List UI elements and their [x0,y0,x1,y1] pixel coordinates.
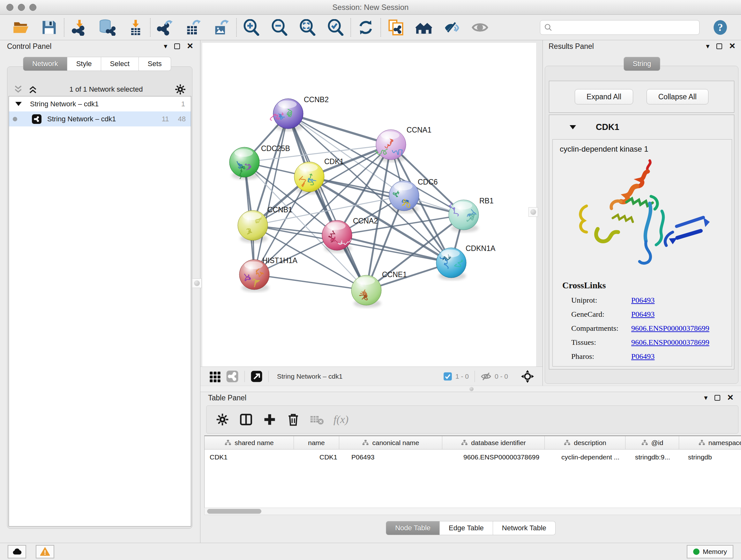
export-table-button[interactable] [184,17,203,37]
zoom-selected-button[interactable] [326,17,345,37]
results-panel-close-icon[interactable]: × [729,41,735,51]
zoom-out-button[interactable] [270,17,289,37]
refresh-button[interactable] [356,17,375,37]
search-input[interactable] [556,23,695,32]
crosslink-uniprot-link[interactable]: P06493 [631,296,655,305]
crosslink-pharos-link[interactable]: P06493 [631,352,655,361]
protein-collapse-caret-icon[interactable] [569,125,576,129]
node-label-CCNB2[interactable]: CCNB2 [304,96,329,104]
network-share-view-icon[interactable] [226,370,239,383]
network-canvas[interactable]: CCNB2CCNA1CDC25BCDK1CDC6RB1CCNB1CCNA2CDK… [202,43,536,367]
expand-all-icon[interactable] [28,84,38,95]
protein-header-row[interactable]: CDK1 [549,115,734,139]
expand-all-button[interactable]: Expand All [575,89,633,105]
column-header-namespace[interactable]: namespace [679,436,741,449]
node-label-CDK1[interactable]: CDK1 [324,158,344,166]
zoom-in-button[interactable] [242,17,261,37]
column-header-description[interactable]: description [545,436,625,449]
title-bar: Session: New Session [0,0,741,15]
collapse-all-icon[interactable] [13,84,23,95]
import-network-button[interactable] [70,17,89,37]
export-image-button[interactable] [212,17,231,37]
help-button[interactable]: ? [712,19,728,36]
horizontal-splitter[interactable] [200,386,741,392]
table-row[interactable]: CDK1 CDK1 P06493 9606.ENSP00000378699 cy… [205,449,741,465]
network-row-selected[interactable]: String Network – cdk1 11 48 [9,111,191,126]
tab-network-table[interactable]: Network Table [493,521,556,535]
import-table-button[interactable] [126,17,145,37]
import-network-from-database-button[interactable] [98,17,117,37]
cell-id[interactable]: stringdb:9... [625,453,679,461]
node-label-HIST1H1A[interactable]: HIST1H1A [262,256,298,265]
selected-checkbox-icon[interactable] [443,372,452,381]
tab-node-table[interactable]: Node Table [386,521,440,535]
node-label-CCNE1[interactable]: CCNE1 [382,270,407,279]
crosslink-genecard-link[interactable]: P06493 [631,310,655,319]
network-collection-row[interactable]: String Network – cdk1 1 [9,97,191,111]
left-splitter-handle[interactable] [192,278,202,288]
gear-icon[interactable] [174,83,186,96]
fit-selected-crosshair-icon[interactable] [521,370,534,383]
results-panel-float-icon[interactable] [717,44,722,49]
control-panel-menu-caret-icon[interactable]: ▾ [164,43,167,50]
node-label-CDC6[interactable]: CDC6 [418,178,438,186]
scrollbar-thumb[interactable] [207,509,261,514]
table-panel-menu-caret-icon[interactable]: ▾ [704,394,708,401]
cell-name[interactable]: CDK1 [294,453,339,461]
column-header-shared-name[interactable]: shared name [205,436,294,449]
table-horizontal-scrollbar[interactable] [204,508,741,515]
tab-network[interactable]: Network [23,57,67,71]
export-network-button[interactable] [156,17,175,37]
collection-expand-caret-icon[interactable] [15,102,22,106]
show-all-button[interactable] [470,17,489,37]
crosslink-tissues-link[interactable]: 9606.ENSP00000378699 [631,338,710,347]
right-splitter-handle[interactable] [529,207,538,217]
zoom-fit-button[interactable] [298,17,317,37]
cell-description[interactable]: cyclin-dependent ... [545,453,625,461]
column-header-name[interactable]: name [294,436,339,449]
create-column-icon[interactable] [263,413,277,427]
results-panel-menu-caret-icon[interactable]: ▾ [706,43,710,50]
cell-database-identifier[interactable]: 9606.ENSP00000378699 [442,453,545,461]
delete-column-icon[interactable] [286,413,300,427]
duplicate-network-button[interactable] [386,17,405,37]
node-label-CDC25B[interactable]: CDC25B [261,144,290,152]
control-panel-close-icon[interactable]: × [187,41,193,51]
open-session-button[interactable] [11,17,30,37]
memory-button[interactable]: Memory [687,545,733,558]
cell-namespace[interactable]: stringdb [679,453,741,461]
column-header-database-identifier[interactable]: database identifier [442,436,545,449]
warning-status-button[interactable] [36,545,54,558]
grid-view-icon[interactable] [209,370,221,383]
cloud-status-button[interactable] [8,545,26,558]
node-label-CDKN1A[interactable]: CDKN1A [466,244,495,253]
hide-selected-button[interactable] [442,17,461,37]
network-graph[interactable]: CCNB2CCNA1CDC25BCDK1CDC6RB1CCNB1CCNA2CDK… [202,43,536,367]
cell-canonical-name[interactable]: P06493 [339,453,442,461]
node-label-RB1[interactable]: RB1 [479,197,494,205]
table-panel-float-icon[interactable] [715,395,720,401]
tab-select[interactable]: Select [101,57,139,71]
node-label-CCNA1[interactable]: CCNA1 [407,126,431,134]
column-header-id[interactable]: @id [625,436,679,449]
tab-sets[interactable]: Sets [139,57,171,71]
show-column-icon[interactable] [239,413,253,427]
collapse-all-button[interactable]: Collapse All [647,89,709,105]
tab-style[interactable]: Style [67,57,101,71]
cell-shared-name[interactable]: CDK1 [205,453,294,461]
column-header-canonical-name[interactable]: canonical name [339,436,442,449]
birdseye-view-icon[interactable] [251,370,263,382]
tab-string[interactable]: String [623,57,660,71]
node-label-CCNA2[interactable]: CCNA2 [353,217,378,225]
current-network-name: String Network – cdk1 [277,373,342,380]
table-panel-close-icon[interactable]: × [727,392,733,402]
table-gear-icon[interactable] [215,413,229,427]
crosslink-compartments-link[interactable]: 9606.ENSP00000378699 [631,324,710,333]
control-panel-float-icon[interactable] [174,44,180,49]
tab-edge-table[interactable]: Edge Table [440,521,493,535]
save-session-button[interactable] [40,17,59,37]
splitter-grip-icon[interactable] [469,387,474,391]
node-label-CCNB1[interactable]: CCNB1 [267,206,292,214]
houses-icon-button[interactable] [414,17,433,37]
table-panel: Table Panel ▾ × f(x) shared name name ca… [200,392,741,543]
